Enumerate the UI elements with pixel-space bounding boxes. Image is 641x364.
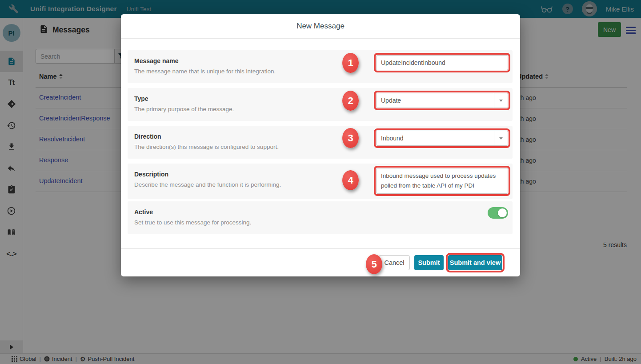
annotation-badge-2: 2 [342,91,359,111]
field-row-direction: Direction The direction(s) this message … [128,126,513,159]
active-toggle[interactable] [488,207,508,219]
dropdown-button[interactable] [494,93,508,108]
field-row-active: Active Set true to use this message for … [128,201,513,234]
new-message-dialog: New Message Message name The message nam… [121,14,520,276]
field-label: Active [134,208,506,216]
toggle-knob [498,208,507,217]
annotation-badge-5: 5 [366,254,382,274]
cancel-button[interactable]: Cancel [379,255,410,270]
annotation-badge-1: 1 [342,53,359,73]
direction-select[interactable]: Inbound [376,131,508,146]
chevron-down-icon [499,100,503,102]
message-name-input[interactable] [376,55,508,70]
field-row-type: Type The primary purpose of the message.… [128,88,513,121]
submit-and-view-button[interactable]: Submit and view [448,255,502,270]
dialog-footer: Cancel Submit Submit and view [121,248,520,276]
dialog-title: New Message [121,14,520,39]
field-row-description: Description Describe the message and the… [128,164,513,199]
field-description: Set true to use this message for process… [134,219,506,226]
selected-value: Update [377,93,494,108]
submit-button[interactable]: Submit [414,255,444,270]
description-textarea[interactable]: Inbound message used to process updates … [376,168,508,194]
dropdown-button[interactable] [494,131,508,145]
annotation-badge-4: 4 [342,170,359,190]
field-row-message-name: Message name The message name that is un… [128,50,513,83]
chevron-down-icon [499,137,503,140]
selected-value: Inbound [377,131,494,145]
type-select[interactable]: Update [376,93,508,108]
annotation-badge-3: 3 [342,128,359,148]
